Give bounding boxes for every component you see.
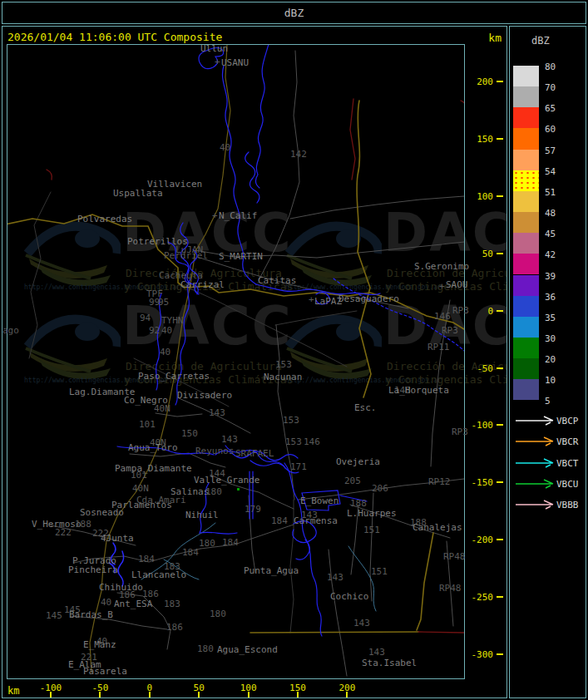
map-label: E_Bowen: [300, 496, 338, 505]
map-label: SAOU: [446, 280, 468, 289]
map-label: Carmensa: [294, 516, 338, 525]
map-label: USANU: [221, 58, 249, 67]
map-label: 186: [142, 589, 159, 599]
map-label: 180: [205, 487, 222, 496]
map-label: 179: [245, 505, 261, 514]
right-axis-tick: [497, 367, 503, 369]
scale-swatch-60: [513, 128, 539, 149]
map-label: 184: [271, 516, 288, 525]
map-label: S.Geronimo: [414, 262, 469, 271]
scale-swatch-65: [513, 107, 539, 128]
map-label: 143: [221, 435, 238, 444]
map-label: Carrizal: [180, 280, 225, 289]
red-border: [47, 99, 468, 633]
map-label: 4Junta: [101, 534, 134, 543]
map-label: +: [212, 211, 218, 220]
map-label: 150: [181, 429, 198, 438]
map-label: 171: [290, 462, 307, 471]
map-timestamp: 2026/01/04 11:06:00 UTC Composite: [7, 31, 222, 43]
map-label: Nihuil: [185, 510, 219, 520]
bottom-axis-label: 200: [330, 683, 363, 693]
map-label: 40N: [132, 484, 149, 493]
map-label: 183: [164, 599, 180, 609]
map-label: 205: [344, 476, 361, 486]
scale-label: 30: [545, 333, 570, 344]
map-label: 184: [182, 548, 199, 557]
scale-label: 36: [545, 292, 570, 303]
vbcu-arrow-icon: [514, 478, 556, 490]
map-label: +: [309, 295, 314, 304]
map-label: L.Huarpes: [347, 509, 397, 518]
scale-label: 48: [545, 208, 570, 219]
scale-swatch-42: [513, 254, 539, 274]
right-axis-label: -50: [463, 363, 493, 374]
map-label: 180: [199, 539, 215, 548]
map-frame: [7, 45, 465, 679]
map-label: Ovejeria: [336, 457, 380, 466]
map-label: RP48: [439, 584, 462, 593]
right-axis-label: 100: [463, 191, 493, 202]
map-label: Divisadero: [177, 391, 232, 400]
map-label: E_Manz: [83, 640, 116, 649]
right-axis-tick: [497, 653, 503, 655]
right-axis-label: 150: [463, 134, 493, 145]
scale-label: 35: [545, 313, 570, 323]
map-label: 142: [290, 150, 307, 159]
map-label: Ullun: [200, 44, 228, 53]
radar-map-canvas[interactable]: [2, 26, 507, 698]
map-label: RP3: [442, 326, 458, 335]
map-label: 153: [275, 360, 292, 369]
map-label: TYHN: [161, 316, 184, 325]
map-label: ago: [2, 326, 19, 335]
right-axis-tick: [497, 310, 503, 312]
map-label: Punta_Agua: [244, 566, 299, 575]
map-label: 188: [350, 499, 367, 508]
scale-swatch-48: [513, 212, 539, 233]
map-label: Desaguadero: [338, 294, 399, 303]
vector-label-vbcr: VBCR: [556, 436, 579, 447]
scale-swatch-54: [513, 170, 539, 191]
map-label: Sosneado: [80, 508, 124, 517]
scale-label: 51: [545, 187, 570, 198]
vbcr-arrow-icon: [514, 436, 556, 447]
map-label: RP48: [443, 552, 466, 561]
scale-swatch-51: [513, 191, 539, 212]
scale-label: 45: [545, 229, 570, 239]
map-label: 151: [371, 567, 388, 576]
map-label: 40: [160, 348, 170, 357]
right-axis-label: 200: [463, 76, 493, 87]
right-axis-tick: [497, 253, 503, 254]
scale-swatch-45: [513, 233, 539, 254]
map-label: 146: [434, 312, 451, 321]
map-label: Perdriel: [164, 251, 208, 260]
map-label: Polvaredas: [77, 214, 132, 224]
map-label: +: [215, 57, 220, 67]
map-label: 40: [220, 143, 230, 152]
map-label: 180: [197, 644, 214, 653]
right-axis-tick: [497, 539, 503, 540]
map-label: 153: [283, 416, 299, 425]
title-bar: dBZ: [2, 2, 586, 24]
map-label: Catitas: [258, 276, 296, 285]
radar-echo-green: [237, 488, 240, 490]
bottom-axis-label: 50: [182, 683, 215, 693]
scale-swatch-80: [513, 66, 539, 86]
map-label: 184: [222, 538, 239, 547]
bottom-axis-unit: km: [7, 685, 19, 697]
bottom-axis-label: 100: [232, 683, 265, 693]
right-axis-label: -100: [463, 420, 493, 431]
map-label: Ant_ESA: [114, 599, 152, 609]
vbcp-arrow-icon: [514, 415, 556, 426]
right-axis-label: -150: [463, 477, 493, 488]
legend-title: dBZ: [531, 35, 550, 47]
map-label: Reyunos: [195, 446, 234, 456]
map-label: 143: [353, 619, 370, 628]
right-axis-tick: [497, 424, 503, 426]
map-label: 101: [131, 471, 147, 480]
province-border: [2, 101, 464, 633]
legend-panel: dBZ 807065605754514845423936353020105 VB…: [509, 26, 586, 698]
map-label: 180: [210, 609, 226, 619]
map-label: Esc.: [354, 403, 377, 412]
map-label: 92: [149, 326, 160, 335]
right-axis-tick: [497, 138, 503, 140]
